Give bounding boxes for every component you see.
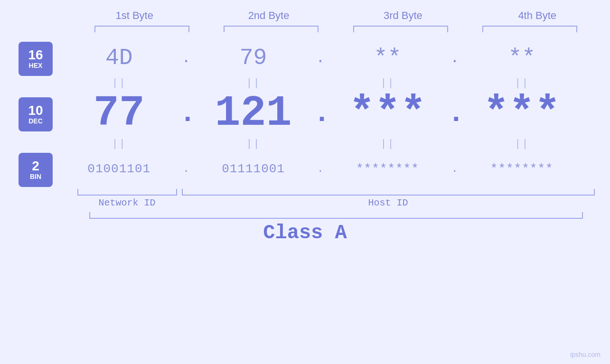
- bin-row: 01001101 . 01111001 . ******** . *******…: [62, 162, 579, 176]
- eq1-b2: ||: [199, 77, 308, 89]
- dec-badge: 10 DEC: [19, 97, 53, 131]
- hex-row: 4D . 79 . ** . **: [62, 45, 579, 71]
- hex-b1: 4D: [65, 45, 174, 71]
- bracket-top-2: [224, 26, 319, 32]
- bin-badge-placeholder: 2 BIN: [0, 153, 62, 187]
- bin-b4: ********: [467, 162, 576, 176]
- hex-dot2: .: [313, 49, 328, 67]
- bin-b2: 01111001: [199, 162, 308, 176]
- equals-row-2: || || || ||: [62, 137, 579, 151]
- class-row: Class A: [0, 222, 610, 244]
- hex-b2: 79: [199, 45, 308, 71]
- bin-row-wrapper: 2 BIN 01001101 . 01111001 . ******** . *…: [0, 153, 610, 187]
- dec-badge-placeholder: 10 DEC: [0, 97, 62, 131]
- dec-row: 77 . 121 . *** . ***: [62, 92, 579, 135]
- eq2-b3: ||: [333, 138, 442, 150]
- byte-headers: 1st Byte 2nd Byte 3rd Byte 4th Byte: [77, 9, 595, 22]
- dec-b1: 77: [65, 92, 174, 135]
- hex-badge-placeholder: 16 HEX: [0, 42, 62, 76]
- dec-b3: ***: [333, 92, 442, 135]
- bin-badge: 2 BIN: [19, 153, 53, 187]
- hex-badge: 16 HEX: [19, 42, 53, 76]
- network-id-label: Network ID: [77, 197, 177, 208]
- outer-bracket: [89, 212, 583, 219]
- eq2-b4: ||: [467, 138, 576, 150]
- top-brackets: [77, 26, 595, 32]
- bottom-brackets-inner: [77, 189, 595, 196]
- dec-badge-label: DEC: [28, 117, 43, 125]
- equals-row-1: || || || ||: [62, 76, 579, 90]
- dec-dot3: .: [448, 99, 462, 128]
- dec-dot2: .: [313, 99, 328, 128]
- eq1-b1: ||: [65, 77, 174, 89]
- bin-b1: 01001101: [65, 162, 174, 176]
- bracket-host: [182, 189, 595, 196]
- dec-b2: 121: [199, 92, 308, 135]
- eq1-row-wrapper: || || || ||: [0, 76, 610, 90]
- watermark: ipshu.com: [570, 351, 601, 358]
- byte1-header: 1st Byte: [80, 9, 189, 22]
- bracket-top-3: [353, 26, 448, 32]
- hex-dot3: .: [448, 49, 462, 67]
- main-container: 1st Byte 2nd Byte 3rd Byte 4th Byte 16 H…: [0, 0, 610, 364]
- class-label: Class A: [263, 222, 347, 244]
- hex-badge-label: HEX: [29, 62, 43, 70]
- byte4-header: 4th Byte: [483, 9, 592, 22]
- dec-row-wrapper: 10 DEC 77 . 121 . *** . ***: [0, 92, 610, 137]
- bin-dot3: .: [448, 163, 462, 175]
- dec-badge-num: 10: [28, 104, 43, 117]
- hex-row-wrapper: 16 HEX 4D . 79 . ** . **: [0, 42, 610, 76]
- outer-bracket-container: [77, 212, 595, 219]
- byte2-header: 2nd Byte: [214, 9, 323, 22]
- id-labels: Network ID Host ID: [77, 197, 595, 208]
- eq2-b1: ||: [65, 138, 174, 150]
- eq1-b3: ||: [333, 77, 442, 89]
- bracket-top-1: [94, 26, 189, 32]
- hex-b4: **: [467, 45, 576, 71]
- byte3-header: 3rd Byte: [348, 9, 458, 22]
- eq2-b2: ||: [199, 138, 308, 150]
- eq1-b4: ||: [467, 77, 576, 89]
- hex-dot1: .: [179, 49, 193, 67]
- eq2-row-wrapper: || || || ||: [0, 137, 610, 151]
- hex-b3: **: [333, 45, 442, 71]
- bin-badge-num: 2: [32, 159, 39, 173]
- hex-badge-num: 16: [28, 48, 43, 62]
- bin-dot1: .: [179, 163, 193, 175]
- bin-b3: ********: [333, 162, 442, 176]
- bin-badge-label: BIN: [30, 173, 41, 181]
- host-id-label: Host ID: [182, 197, 595, 208]
- dec-dot1: .: [179, 99, 193, 128]
- bin-dot2: .: [313, 163, 328, 175]
- bracket-top-4: [482, 26, 577, 32]
- dec-b4: ***: [467, 92, 576, 135]
- bracket-network: [77, 189, 177, 196]
